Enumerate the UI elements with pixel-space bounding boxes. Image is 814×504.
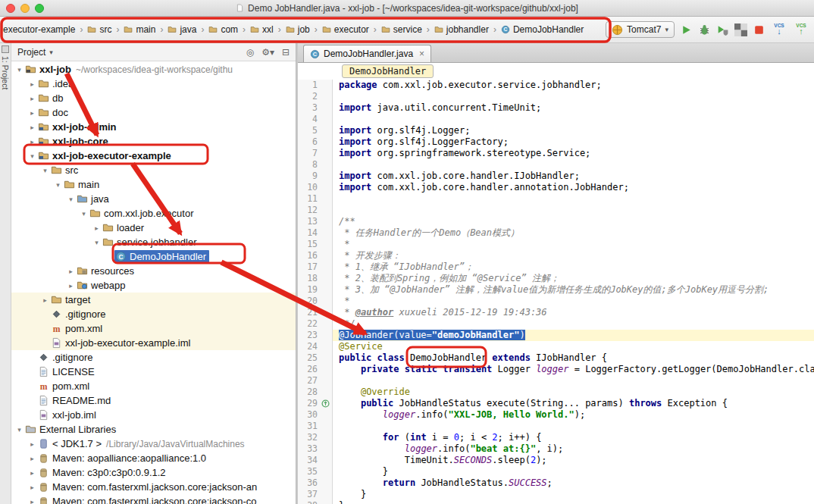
close-window-button[interactable] <box>6 4 15 13</box>
breadcrumb-item-demojobhandler[interactable]: CDemoJobHandler <box>499 23 585 36</box>
code-line[interactable]: return JobHandleStatus.SUCCESS; <box>339 477 814 489</box>
tree-item-maven-com-fasterxml-jackson-core-jackson-an[interactable]: ▸Maven: com.fasterxml.jackson.core:jacks… <box>11 480 296 494</box>
tree-expand-arrow[interactable]: ▸ <box>27 80 37 88</box>
tree-expand-arrow[interactable]: ▸ <box>27 95 37 102</box>
tree-item-jdk1-7[interactable]: ▸< JDK1.7 >/Library/Java/JavaVirtualMach… <box>11 437 296 451</box>
tree-item-xxl-job[interactable]: ▾xxl-job~/workspaces/idea-git-workspace/… <box>11 62 296 77</box>
code-line[interactable] <box>339 114 814 125</box>
gear-icon[interactable]: ⚙▾ <box>261 47 274 58</box>
code-line[interactable] <box>339 205 814 216</box>
gutter-line[interactable]: 6 <box>298 136 332 148</box>
vcs-commit-button[interactable]: VCS ↑ <box>793 23 809 36</box>
gutter-line[interactable]: 28 <box>298 387 332 398</box>
code-line[interactable]: * 2、装配到Spring，例如加 “@Service” 注解； <box>339 273 814 284</box>
tree-item-xxl-job-admin[interactable]: ▸xxl-job-admin <box>11 120 296 134</box>
tree-item-xxl-job-core[interactable]: ▸xxl-job-core <box>11 134 296 149</box>
tree-expand-arrow[interactable]: ▾ <box>79 210 89 218</box>
gutter-line[interactable]: 18 <box>298 273 332 284</box>
breadcrumb-item-jobhandler[interactable]: jobhandler <box>433 23 490 36</box>
tree-item-gitignore[interactable]: .gitignore <box>11 307 296 321</box>
tree-item-maven-c3p0-c3p0-0-9-1-2[interactable]: ▸Maven: c3p0:c3p0:0.9.1.2 <box>11 465 296 480</box>
gutter-line[interactable]: 2 <box>298 91 332 102</box>
tree-item-target[interactable]: ▸target <box>11 293 296 307</box>
breadcrumb-class-tag[interactable]: DemoJobHandler <box>342 64 434 78</box>
code-line[interactable]: import com.xxl.job.core.handler.IJobHand… <box>339 171 814 182</box>
gutter-line[interactable]: 20 <box>298 296 332 307</box>
close-tab-icon[interactable]: × <box>419 49 424 59</box>
code-line[interactable]: } <box>339 489 814 500</box>
code-line[interactable]: TimeUnit.SECONDS.sleep(2); <box>339 455 814 466</box>
vcs-update-button[interactable]: VCS ↓ <box>771 23 787 36</box>
code-line[interactable]: * <box>339 296 814 307</box>
tree-expand-arrow[interactable]: ▸ <box>40 296 50 304</box>
gutter-line[interactable]: 7 <box>298 148 332 159</box>
tree-item-com-xxl-job-executor[interactable]: ▾com.xxl.job.executor <box>11 206 296 221</box>
gutter-line[interactable]: 34 <box>298 455 332 466</box>
collapse-all-icon[interactable]: ⊟ <box>282 47 290 58</box>
gutter-line[interactable]: 21 <box>298 307 332 318</box>
tree-expand-arrow[interactable]: ▾ <box>14 66 24 74</box>
tree-expand-arrow[interactable]: ▸ <box>27 138 37 146</box>
tree-item-java[interactable]: ▾java <box>11 192 296 206</box>
code-line[interactable]: package com.xxl.job.executor.service.job… <box>339 80 814 91</box>
gutter-line[interactable]: 23 <box>298 330 332 341</box>
locate-icon[interactable]: ◎ <box>246 47 254 58</box>
code-editor[interactable]: package com.xxl.job.executor.service.job… <box>333 80 814 504</box>
tree-item-maven-aopalliance-aopalliance-1-0[interactable]: ▸Maven: aopalliance:aopalliance:1.0 <box>11 451 296 465</box>
code-line[interactable]: for (int i = 0; i < 2; i++) { <box>339 432 814 443</box>
tree-expand-arrow[interactable]: ▸ <box>27 455 37 462</box>
gutter-line[interactable]: 32 <box>298 432 332 443</box>
gutter-line[interactable]: 37 <box>298 489 332 500</box>
tree-item-xxl-job-iml[interactable]: xxl-job.iml <box>11 408 296 422</box>
gutter-line[interactable]: 26 <box>298 364 332 375</box>
tree-expand-arrow[interactable]: ▸ <box>27 124 37 131</box>
breadcrumb-item-service[interactable]: service <box>380 23 424 36</box>
tree-item-demojobhandler[interactable]: CDemoJobHandler <box>11 249 296 264</box>
debug-button[interactable] <box>698 23 711 36</box>
gutter-line[interactable]: 25 <box>298 352 332 364</box>
tree-expand-arrow[interactable]: ▾ <box>66 196 76 203</box>
zoom-window-button[interactable] <box>35 4 44 13</box>
tree-expand-arrow[interactable]: ▾ <box>14 426 24 434</box>
gutter-line[interactable]: 16 <box>298 250 332 261</box>
tree-item-webapp[interactable]: ▸webapp <box>11 278 296 293</box>
tree-expand-arrow[interactable]: ▾ <box>92 239 102 246</box>
breadcrumb-item-java[interactable]: java <box>166 23 198 36</box>
tree-expand-arrow[interactable]: ▸ <box>66 268 76 275</box>
gutter-line[interactable]: 38 <box>298 500 332 504</box>
code-line[interactable]: */ <box>339 318 814 330</box>
gutter-line[interactable]: 30 <box>298 409 332 421</box>
tree-expand-arrow[interactable]: ▾ <box>27 152 37 160</box>
gutter-line[interactable]: 22 <box>298 318 332 330</box>
tree-item-db[interactable]: ▸db <box>11 91 296 105</box>
code-line[interactable]: import com.xxl.job.core.handler.annotati… <box>339 182 814 193</box>
tree-item-external-libraries[interactable]: ▾External Libraries <box>11 422 296 437</box>
tree-item-idea[interactable]: ▸.idea <box>11 77 296 91</box>
code-line[interactable] <box>339 421 814 432</box>
tree-item-resources[interactable]: ▸resources <box>11 264 296 278</box>
tree-item-pom-xml[interactable]: mpom.xml <box>11 321 296 336</box>
gutter-line[interactable]: 10 <box>298 182 332 193</box>
gutter-line[interactable]: 36 <box>298 477 332 489</box>
code-line[interactable] <box>339 91 814 102</box>
gutter-line[interactable]: 1 <box>298 80 332 91</box>
code-line[interactable]: @Override <box>339 387 814 398</box>
gutter-line[interactable]: 15 <box>298 239 332 250</box>
minimize-window-button[interactable] <box>20 4 30 13</box>
tree-item-loader[interactable]: ▸loader <box>11 221 296 235</box>
code-line[interactable]: import java.util.concurrent.TimeUnit; <box>339 102 814 114</box>
tree-expand-arrow[interactable]: ▸ <box>27 498 37 504</box>
tree-item-doc[interactable]: ▸doc <box>11 105 296 120</box>
tree-item-readme-md[interactable]: README.md <box>11 393 296 408</box>
tab-demojobhandler-java[interactable]: C DemoJobHandler.java × <box>303 45 431 62</box>
gutter-line[interactable]: 17 <box>298 261 332 273</box>
code-line[interactable] <box>339 375 814 387</box>
gutter-line[interactable]: 5 <box>298 125 332 136</box>
breadcrumb-item-main[interactable]: main <box>122 23 157 36</box>
gutter-line[interactable]: 14 <box>298 227 332 239</box>
gutter-line[interactable]: 24 <box>298 341 332 352</box>
gutter-line[interactable]: 33 <box>298 443 332 455</box>
gutter-line[interactable]: 31 <box>298 421 332 432</box>
breadcrumb-item-xxl[interactable]: xxl <box>249 23 275 36</box>
project-tool-window-button[interactable]: 1: Project <box>1 56 10 89</box>
